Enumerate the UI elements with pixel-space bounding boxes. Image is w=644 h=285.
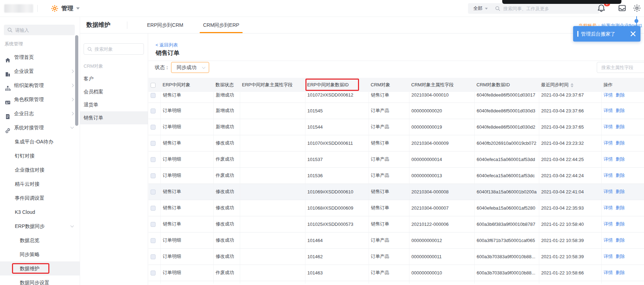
action-link-详情[interactable]: 详情 <box>604 108 613 113</box>
action-link-详情[interactable]: 详情 <box>604 270 613 275</box>
action-link-删除[interactable]: 删除 <box>616 124 625 129</box>
select-all-checkbox[interactable] <box>151 83 156 88</box>
action-link-删除[interactable]: 删除 <box>616 254 625 259</box>
action-link-详情[interactable]: 详情 <box>604 205 613 210</box>
action-link-删除[interactable]: 删除 <box>616 189 625 194</box>
cell-status: 作废成功 <box>213 167 240 184</box>
action-link-删除[interactable]: 删除 <box>616 156 625 162</box>
cell-time: 2021-03-04 22:44:25 <box>539 151 601 167</box>
cell-erp_attr <box>240 216 305 232</box>
sidebar-menu: 管理首页 企业设置 组织架构管理 角色权限管理 企业日志 系统对接管理 集成平台… <box>0 50 80 285</box>
tab-CRM同步到ERP[interactable]: CRM同步到ERP <box>193 17 249 33</box>
sidebar-item-钉钉对接[interactable]: 钉钉对接 <box>0 149 80 163</box>
object-item-客户[interactable]: 客户 <box>80 72 148 85</box>
cell-crm_object: 订单产品 <box>369 248 409 265</box>
inbox-icon[interactable] <box>618 4 626 12</box>
row-checkbox[interactable] <box>151 206 156 211</box>
cell-erp_object: 销售订单 <box>160 92 213 103</box>
cell-actions: 详情删除 <box>601 200 644 216</box>
row-checkbox[interactable] <box>151 109 156 113</box>
column-header-最近同步时间[interactable]: 最近同步时间 <box>539 78 601 92</box>
sidebar-item-企业日志[interactable]: 企业日志 <box>0 106 80 120</box>
object-item-会员档案[interactable]: 会员档案 <box>80 85 148 98</box>
search-scope-dropdown[interactable]: 全部 <box>473 6 482 11</box>
tab-ERP同步到CRM[interactable]: ERP同步到CRM <box>137 17 193 33</box>
cell-erp_object: 销售订单 <box>160 135 213 151</box>
sidebar-scrollbar[interactable] <box>75 35 78 126</box>
column-header-CRM对象: CRM对象 <box>369 78 409 92</box>
action-link-详情[interactable]: 详情 <box>604 156 613 162</box>
cell-erp_object: 订单明细 <box>160 232 213 248</box>
row-checkbox[interactable] <box>151 190 156 194</box>
action-link-删除[interactable]: 删除 <box>616 92 625 98</box>
status-filter-label: 状态： <box>155 64 170 71</box>
row-checkbox[interactable] <box>151 271 156 275</box>
sidebar-item-企业微信对接[interactable]: 企业微信对接 <box>0 163 80 177</box>
action-link-详情[interactable]: 详情 <box>604 92 613 98</box>
row-checkbox[interactable] <box>151 125 156 130</box>
table-row: 订单明细修改成功101462订单产品000000000011600a3b7038… <box>148 248 644 265</box>
row-checkbox[interactable] <box>151 254 156 259</box>
cell-crm_object: 订单产品 <box>369 119 409 135</box>
action-link-详情[interactable]: 详情 <box>604 189 613 194</box>
cell-erp_attr <box>240 184 305 200</box>
object-item-销售订单[interactable]: 销售订单 <box>80 111 148 124</box>
action-link-删除[interactable]: 删除 <box>616 173 625 178</box>
toast-banner: 管理后台搬家了 <box>573 26 640 42</box>
status-filter-select[interactable]: 同步成功 <box>171 62 209 73</box>
row-checkbox[interactable] <box>151 157 156 162</box>
sidebar-item-数据同步设置[interactable]: 数据同步设置 <box>0 275 80 285</box>
sidebar-item-label: 事件回调设置 <box>15 195 44 201</box>
cell-erp_id: 101463 <box>305 265 369 281</box>
row-checkbox[interactable] <box>151 141 156 146</box>
cell-time: 2021-03-04 23:23:32 <box>539 135 601 151</box>
action-link-删除[interactable]: 删除 <box>616 270 625 275</box>
cell-erp_id: 101537 <box>305 151 369 167</box>
action-link-详情[interactable]: 详情 <box>604 124 613 129</box>
sidebar-item-集成平台-OA待办[interactable]: 集成平台-OA待办 <box>0 135 80 149</box>
action-link-详情[interactable]: 详情 <box>604 254 613 259</box>
sidebar-item-角色权限管理[interactable]: 角色权限管理 <box>0 92 80 106</box>
action-link-删除[interactable]: 删除 <box>616 140 625 145</box>
row-checkbox[interactable] <box>151 222 156 227</box>
action-link-删除[interactable]: 删除 <box>616 108 625 113</box>
action-link-详情[interactable]: 详情 <box>604 140 613 145</box>
row-checkbox[interactable] <box>151 238 156 243</box>
close-icon[interactable] <box>630 31 636 37</box>
sidebar-item-label: 系统对接管理 <box>14 125 44 130</box>
cell-time: 2021-01-22 10:58:40 <box>539 216 601 232</box>
sidebar-item-K3 Cloud[interactable]: K3 Cloud <box>0 205 80 219</box>
action-link-详情[interactable]: 详情 <box>604 221 613 227</box>
brand-caret-icon[interactable] <box>76 7 80 10</box>
brand-label[interactable]: 管理 <box>61 5 73 12</box>
cell-erp_id: 101069#XSDD000610 <box>305 184 369 200</box>
sidebar-item-系统对接管理[interactable]: 系统对接管理 <box>0 120 80 135</box>
sidebar-item-数据维护[interactable]: 数据维护 <box>0 261 80 275</box>
cell-erp_id: 101025#XSDD000573 <box>305 216 369 232</box>
row-checkbox[interactable] <box>151 173 156 178</box>
settings-gear-icon[interactable] <box>633 4 641 12</box>
sidebar-search-input[interactable] <box>15 25 72 35</box>
sort-icon[interactable] <box>571 83 574 87</box>
object-search-input[interactable] <box>95 44 142 54</box>
sidebar-item-企业设置[interactable]: 企业设置 <box>0 64 80 78</box>
table-row: 销售订单修改成功101070#XSDD000611销售订单20210304-00… <box>148 135 644 151</box>
cell-erp_attr <box>240 92 305 103</box>
sidebar-item-管理首页[interactable]: 管理首页 <box>0 50 80 64</box>
sidebar-item-事件回调设置[interactable]: 事件回调设置 <box>0 191 80 205</box>
action-link-删除[interactable]: 删除 <box>616 205 625 210</box>
action-link-详情[interactable]: 详情 <box>604 173 613 178</box>
back-to-list-link[interactable]: < 返回列表 <box>156 42 178 48</box>
action-link-删除[interactable]: 删除 <box>616 237 625 243</box>
sidebar-item-ERP数据同步[interactable]: ERP数据同步 <box>0 219 80 233</box>
sidebar-item-数据总览[interactable]: 数据总览 <box>0 233 80 247</box>
global-search-input[interactable] <box>503 3 597 14</box>
sidebar-item-组织架构管理[interactable]: 组织架构管理 <box>0 78 80 92</box>
action-link-删除[interactable]: 删除 <box>616 221 625 227</box>
action-link-详情[interactable]: 详情 <box>604 237 613 243</box>
object-item-退货单[interactable]: 退货单 <box>80 98 148 111</box>
attribute-search-input[interactable] <box>601 62 644 73</box>
sidebar-item-精斗云对接[interactable]: 精斗云对接 <box>0 177 80 191</box>
sidebar-item-同步策略[interactable]: 同步策略 <box>0 247 80 261</box>
row-checkbox[interactable] <box>151 93 156 98</box>
